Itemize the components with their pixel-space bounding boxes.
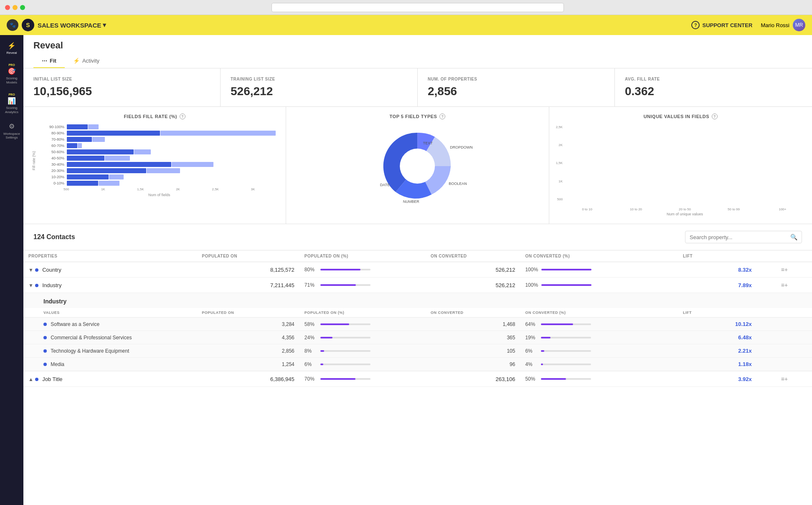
stat-label-initial: INITIAL LIST SIZE (33, 77, 210, 81)
support-center-link[interactable]: ? SUPPORT CENTER (691, 21, 752, 29)
country-actions-btn[interactable]: ≡+ (781, 266, 788, 273)
help-icon-field-types[interactable]: ? (439, 114, 445, 119)
window-controls (5, 5, 25, 10)
tab-activity[interactable]: ⚡ Activity (65, 54, 108, 68)
main-content: Reveal ⋯ Fit ⚡ Activity INITIAL LIST SIZ… (23, 35, 812, 505)
saas-lift: 10.12x (735, 321, 752, 327)
help-icon-fill-rate[interactable]: ? (180, 114, 185, 119)
sub-col-lift: LIFT (678, 308, 757, 318)
industry-name-cell: ▼ Industry (23, 278, 197, 293)
tab-bar: ⋯ Fit ⚡ Activity (33, 54, 802, 68)
table-header: PROPERTIES POPULATED ON POPULATED ON (%)… (23, 250, 812, 262)
avatar: MR (793, 19, 805, 31)
industry-name: Industry (42, 282, 61, 288)
col-header-actions (757, 250, 812, 262)
industry-actions-btn[interactable]: ≡+ (781, 282, 788, 288)
col-header-properties: PROPERTIES (23, 250, 197, 262)
chart-field-types-title: TOP 5 FIELD TYPES ? (293, 114, 542, 119)
job-title-pop-pct-cell: 70% (299, 371, 426, 387)
maximize-button[interactable] (20, 5, 25, 10)
country-pop-pct-val: 80% (304, 267, 317, 273)
search-input[interactable] (690, 234, 788, 240)
stat-avg-fill-rate: AVG. FILL RATE 0.362 (615, 68, 812, 106)
chart-fill-rate-title: FIELDS FILL RATE (%) ? (30, 114, 279, 119)
stat-label-properties: NUM. OF PROPERTIES (428, 77, 604, 81)
sub-col-values: VALUES (23, 308, 197, 318)
chart-field-types: TOP 5 FIELD TYPES ? (286, 107, 549, 224)
donut-svg: TEXT DROPDOWN BOOLEAN NUMBER DATE (293, 124, 542, 208)
job-title-name: Job Title (42, 376, 62, 382)
table-header-row: 124 Contacts 🔍 (23, 224, 812, 250)
expand-country-btn[interactable]: ▼ (28, 267, 33, 273)
industry-pop-pct-cell: 71% (299, 278, 426, 293)
tech-lift: 2.21x (738, 348, 752, 354)
contacts-count: 124 Contacts (33, 233, 75, 241)
fit-icon: ⋯ (42, 58, 47, 64)
country-dot (35, 268, 38, 272)
charts-row: FIELDS FILL RATE (%) ? Fill rate (%) 90-… (23, 107, 812, 224)
donut-chart: TEXT DROPDOWN BOOLEAN NUMBER DATE (293, 124, 542, 208)
industry-expanded-title: Industry (23, 293, 812, 308)
settings-icon: ⚙ (9, 122, 15, 130)
sub-col-conv-pct: ON CONVERTED (%) (520, 308, 678, 318)
fill-rate-x-axis: 500 1K 1,5K 2K 2,5K 3K (39, 186, 279, 191)
job-title-on-converted: 263,106 (426, 371, 520, 387)
industry-lift-cell: 7.89x (678, 278, 757, 293)
reveal-icon: ⚡ (8, 42, 16, 50)
table-row-country: ▼ Country 8,125,572 80% (23, 262, 812, 278)
sub-row-saas: Software as a Service 3,284 58% (23, 318, 812, 331)
label-number: NUMBER (403, 199, 420, 204)
sidebar-item-scoring-analytics[interactable]: PRO 📊 Scoring Analytics (2, 90, 22, 118)
stat-label-training: TRAINING LIST SIZE (231, 77, 407, 81)
sub-row-tech: Technology & Hardware Equipment 2,856 8% (23, 344, 812, 358)
close-button[interactable] (5, 5, 10, 10)
sub-col-actions (757, 308, 812, 318)
industry-conv-bar (541, 284, 591, 286)
scoring-models-icon: 🎯 (8, 67, 16, 75)
expand-job-title-btn[interactable]: ▲ (28, 376, 33, 382)
help-icon-unique-values[interactable]: ? (712, 114, 718, 119)
tech-dot (43, 349, 47, 353)
industry-actions-cell: ≡+ (757, 278, 812, 293)
sub-col-populated-on: POPULATED ON (197, 308, 299, 318)
col-header-populated-on: POPULATED ON (197, 250, 299, 262)
sub-table-header: VALUES POPULATED ON POPULATED ON (%) ON … (23, 308, 812, 318)
sidebar: ⚡ Reveal PRO 🎯 Scoring Models PRO 📊 Scor… (0, 35, 23, 505)
commercial-name: Commercial & Professional Services (51, 335, 132, 341)
address-bar[interactable] (272, 3, 564, 12)
job-title-actions-btn[interactable]: ≡+ (781, 376, 788, 382)
media-name-cell: Media (23, 358, 197, 371)
label-boolean: BOOLEAN (449, 182, 467, 186)
saas-conv-pct-cell: 64% (520, 318, 678, 331)
expand-industry-btn[interactable]: ▼ (28, 283, 33, 288)
job-title-pop-pct-val: 70% (304, 376, 317, 382)
minimize-button[interactable] (13, 5, 18, 10)
tab-fit[interactable]: ⋯ Fit (33, 54, 65, 68)
media-conv-pct: 4% (525, 361, 538, 367)
label-dropdown: DROPDOWN (450, 145, 473, 149)
job-title-lift-cell: 3.92x (678, 371, 757, 387)
user-info[interactable]: Mario Rossi MR (761, 19, 805, 31)
search-box[interactable]: 🔍 (685, 231, 802, 243)
industry-conv-pct-cell: 100% (520, 278, 678, 293)
col-header-on-converted: ON CONVERTED (426, 250, 520, 262)
data-table: PROPERTIES POPULATED ON POPULATED ON (%)… (23, 250, 812, 387)
stat-training-list-size: TRAINING LIST SIZE 526,212 (221, 68, 418, 106)
sidebar-item-scoring-models[interactable]: PRO 🎯 Scoring Models (2, 60, 22, 88)
col-header-populated-on-pct: POPULATED ON (%) (299, 250, 426, 262)
table-row-job-title: ▲ Job Title 6,386,945 70% (23, 371, 812, 387)
stat-value-fill-rate: 0.362 (625, 85, 802, 98)
table-row-industry: ▼ Industry 7,211,445 71% (23, 278, 812, 293)
chart-unique-values: UNIQUE VALUES IN FIELDS ? 2,5K 2K 1,5K 1… (549, 107, 812, 224)
media-dot (43, 363, 47, 366)
country-populated-on: 8,125,572 (197, 262, 299, 278)
sidebar-item-workspace-settings[interactable]: ⚙ Workspace Settings (2, 119, 22, 143)
saas-populated-on: 3,284 (197, 318, 299, 331)
country-pop-bar (320, 269, 360, 270)
workspace-name[interactable]: SALES WORKSPACE ▾ (38, 21, 106, 29)
sub-col-on-converted: ON CONVERTED (426, 308, 520, 318)
media-pop-pct-cell: 6% (299, 358, 426, 371)
saas-name: Software as a Service (51, 321, 99, 327)
tech-name: Technology & Hardware Equipment (51, 348, 129, 354)
sidebar-item-reveal[interactable]: ⚡ Reveal (2, 38, 22, 58)
